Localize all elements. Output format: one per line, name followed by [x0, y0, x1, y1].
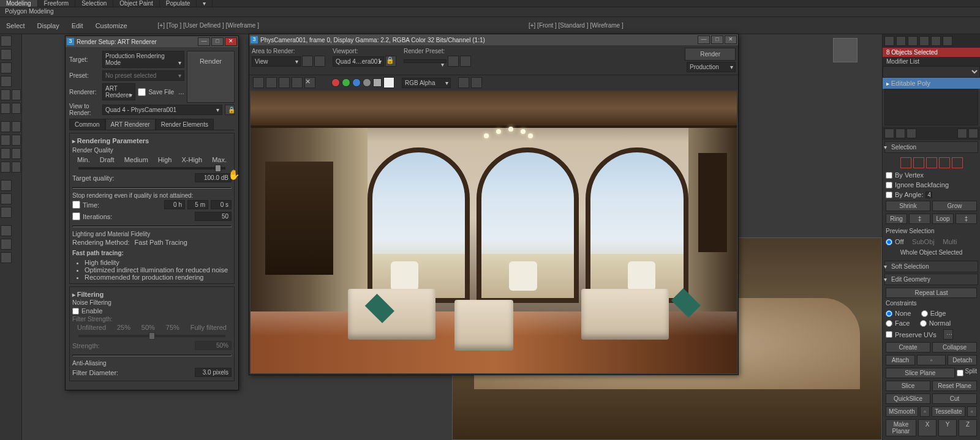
render-setup-titlebar[interactable]: 3 Render Setup: ART Renderer — □ ✕ [66, 36, 238, 47]
msmooth-settings-button[interactable]: ▫ [920, 406, 930, 417]
fb-minimize-button[interactable]: — [698, 35, 710, 44]
savefile-checkbox[interactable] [138, 88, 146, 96]
lock-view-icon[interactable]: 🔒 [225, 105, 235, 115]
preset-save-icon[interactable] [460, 56, 471, 67]
filter-icon[interactable] [1, 225, 12, 236]
preserve-uvs-settings-button[interactable]: ⋯ [943, 329, 953, 340]
display-icon-3[interactable] [1, 207, 12, 218]
funnel-icon[interactable] [1, 239, 12, 250]
cmd-edit[interactable]: Edit [66, 20, 89, 31]
display-icon-2[interactable] [1, 193, 12, 204]
tessellate-button[interactable]: Tessellate [932, 406, 965, 417]
tool-icon[interactable] [1, 35, 12, 47]
edge-mode-icon[interactable] [913, 157, 924, 168]
globe-icon[interactable] [1, 49, 12, 60]
element-mode-icon[interactable] [952, 157, 963, 168]
polygon-mode-icon[interactable] [939, 157, 950, 168]
fb-maximize-button[interactable]: □ [711, 35, 723, 44]
iterations-checkbox[interactable] [72, 212, 80, 220]
frame-buffer-titlebar[interactable]: 3 PhysCamera001, frame 0, Display Gamma:… [249, 34, 738, 45]
time-checkbox[interactable] [72, 201, 80, 209]
cmd-select[interactable]: Select [0, 20, 31, 31]
swatch-icon[interactable] [383, 77, 394, 88]
planar-y-button[interactable]: Y [938, 419, 957, 436]
ignore-backfacing-checkbox[interactable] [886, 182, 892, 188]
make-planar-button[interactable]: Make Planar [886, 419, 916, 436]
modify-tab-icon[interactable] [896, 36, 906, 46]
constraint-edge-radio[interactable] [921, 310, 928, 317]
enable-filter-checkbox[interactable] [72, 308, 79, 315]
viewport-label-front[interactable]: [+] [Front ] [Standard ] [Wireframe ] [529, 22, 624, 29]
fb-viewport-dropdown[interactable]: Quad 4…era001 [333, 56, 384, 67]
fb-render-button[interactable]: Render [685, 48, 736, 61]
slice-button[interactable]: Slice [886, 381, 930, 391]
make-unique-icon[interactable] [907, 129, 916, 138]
layer-icon-6[interactable] [12, 148, 21, 159]
constraint-normal-radio[interactable] [920, 320, 927, 327]
lock-viewport-icon[interactable]: 🔒 [385, 56, 396, 67]
target-dropdown[interactable]: Production Rendering Mode [102, 51, 184, 68]
ring-button[interactable]: Ring [886, 214, 907, 224]
rendering-parameters-header[interactable]: ▸ Rendering Parameters [72, 136, 232, 146]
filter-slider-thumb[interactable] [149, 332, 155, 340]
quality-slider[interactable] [78, 167, 225, 170]
shape-icon[interactable] [1, 103, 10, 114]
create-button[interactable]: Create [886, 342, 930, 352]
channel-red-icon[interactable] [331, 78, 340, 87]
detach-button[interactable]: Detach [948, 355, 977, 365]
layer-icon[interactable] [1, 121, 10, 132]
time-h-input[interactable] [164, 200, 185, 209]
layer-icon-4[interactable] [12, 135, 21, 146]
preserve-uvs-checkbox[interactable] [886, 331, 892, 338]
rendered-image[interactable] [251, 91, 737, 373]
tag-icon[interactable] [1, 252, 12, 263]
minimize-button[interactable]: — [198, 37, 210, 46]
fb-preset-dropdown[interactable] [404, 59, 447, 63]
strength-input[interactable] [195, 341, 232, 350]
ribbon-overflow-icon[interactable]: ▾ [197, 0, 213, 7]
viewport-label-top[interactable]: [+] [Top ] [User Defined ] [Wireframe ] [158, 22, 259, 29]
modifier-active-item[interactable]: ▸ Editable Poly [883, 78, 980, 89]
remove-modifier-icon[interactable] [957, 129, 967, 138]
channel-blue-icon[interactable] [352, 78, 361, 87]
motion-tab-icon[interactable] [919, 36, 929, 46]
tab-art-renderer[interactable]: ART Renderer [105, 119, 156, 130]
hierarchy-tab-icon[interactable] [908, 36, 918, 46]
copy-image-icon[interactable] [266, 77, 277, 88]
cut-button[interactable]: Cut [932, 393, 977, 404]
area-to-render-dropdown[interactable]: View [252, 56, 301, 67]
shape-icon-2[interactable] [12, 103, 21, 114]
loop-spinner[interactable]: ‡ [956, 214, 977, 224]
reset-plane-button[interactable]: Reset Plane [932, 381, 977, 391]
ring-spinner[interactable]: ‡ [909, 214, 930, 224]
quality-slider-thumb[interactable] [215, 165, 221, 172]
save-image-icon[interactable] [253, 77, 264, 88]
split-checkbox[interactable] [957, 370, 963, 376]
rollout-selection[interactable]: Selection [884, 141, 978, 153]
renderer-dropdown[interactable]: ART Renderer [102, 83, 135, 100]
collapse-button[interactable]: Collapse [932, 342, 977, 352]
layer-icon-2[interactable] [12, 121, 21, 132]
cmd-customize[interactable]: Customize [89, 20, 134, 31]
filtering-header[interactable]: ▸ Filtering [72, 289, 232, 299]
channel-alpha-icon[interactable] [363, 78, 371, 87]
render-button[interactable]: Render [187, 51, 235, 103]
fb-production-dropdown[interactable]: Production [687, 62, 736, 72]
region-icon[interactable] [302, 56, 313, 67]
modifier-list-dropdown[interactable] [883, 66, 980, 78]
display-tab-icon[interactable] [931, 36, 941, 46]
constraint-none-radio[interactable] [886, 310, 892, 317]
display-icon[interactable] [1, 180, 12, 191]
layer-icon-3[interactable] [1, 135, 10, 146]
fb-close-button[interactable]: ✕ [725, 35, 737, 44]
tab-populate[interactable]: Populate [160, 0, 197, 7]
clear-icon[interactable]: ✕ [304, 77, 315, 88]
repeat-last-button[interactable]: Repeat Last [886, 288, 977, 298]
pin-stack-icon[interactable] [884, 129, 894, 138]
cmd-display[interactable]: Display [31, 20, 66, 31]
rendering-method-dropdown[interactable]: Fast Path Tracing [135, 239, 232, 246]
constraint-face-radio[interactable] [886, 320, 892, 327]
slice-plane-button[interactable]: Slice Plane [886, 368, 955, 378]
create-tab-icon[interactable] [884, 36, 894, 46]
maximize-button[interactable]: □ [211, 37, 224, 46]
